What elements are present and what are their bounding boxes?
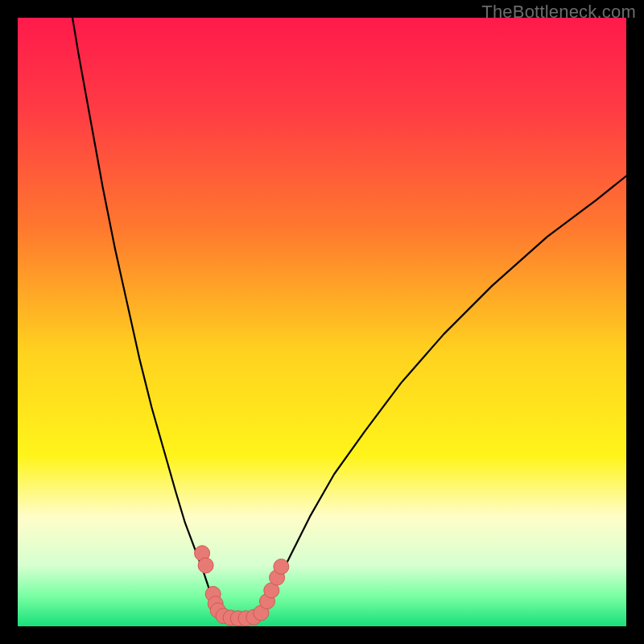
plot-area [18,18,626,626]
chart-frame: TheBottleneck.com [0,0,644,644]
gradient-background [18,18,626,626]
marker-point [274,559,289,574]
chart-svg [18,18,626,626]
watermark-text: TheBottleneck.com [481,2,636,23]
marker-point [198,558,213,573]
